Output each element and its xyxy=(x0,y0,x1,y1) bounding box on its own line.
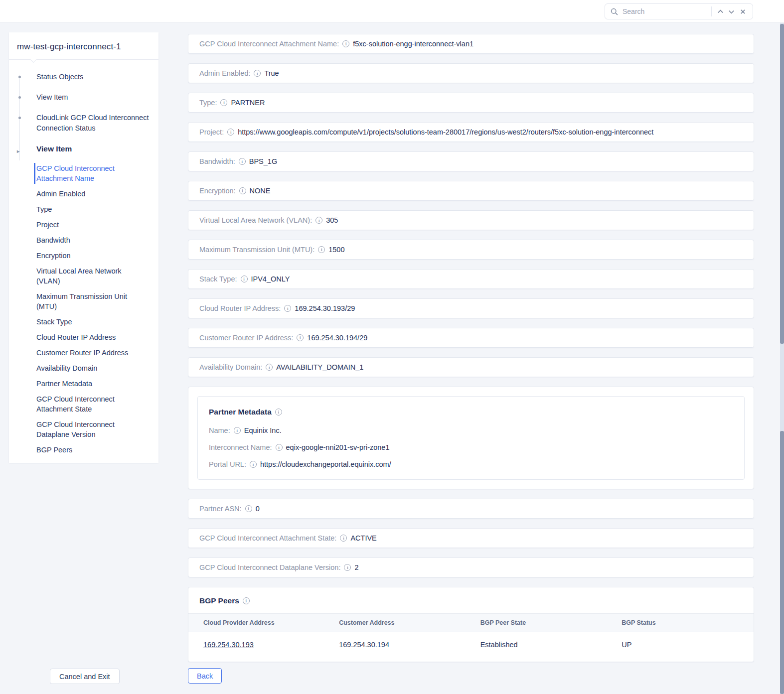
field-row-attachment-state: GCP Cloud Interconnect Attachment State:… xyxy=(188,528,754,548)
field-row-partner-asn: Partner ASN: i 0 xyxy=(188,499,754,519)
info-icon[interactable]: i xyxy=(243,597,250,604)
back-button[interactable]: Back xyxy=(188,668,222,684)
sidebar-item-bandwidth[interactable]: Bandwidth xyxy=(9,233,152,248)
close-icon xyxy=(740,8,746,15)
info-icon[interactable]: i xyxy=(220,99,227,106)
field-label: Partner ASN: xyxy=(199,505,242,513)
info-icon[interactable]: i xyxy=(245,505,252,512)
navigation-sidebar: mw-test-gcp-interconnect-1 Status Object… xyxy=(9,32,158,463)
sidebar-item-partner-metadata[interactable]: Partner Metadata xyxy=(9,376,152,391)
sidebar-item-view-item[interactable]: View Item xyxy=(9,92,152,103)
sidebar-item-cloud-router-ip[interactable]: Cloud Router IP Address xyxy=(9,330,152,345)
info-icon[interactable]: i xyxy=(344,564,351,571)
customer-address-cell: 169.254.30.194 xyxy=(324,641,466,649)
info-icon[interactable]: i xyxy=(315,217,322,224)
sidebar-item-mtu[interactable]: Maximum Transmission Unit (MTU) xyxy=(9,289,152,314)
field-label: Customer Router IP Address: xyxy=(199,334,293,342)
scrollbar-thumb[interactable] xyxy=(780,431,784,694)
info-icon[interactable]: i xyxy=(275,409,282,416)
sidebar-item-vlan[interactable]: Virtual Local Area Network (VLAN) xyxy=(9,264,152,288)
bgp-status-cell: UP xyxy=(607,641,754,649)
field-value: 169.254.30.193/29 xyxy=(295,304,355,312)
field-value: NONE xyxy=(250,187,271,195)
field-label: Cloud Router IP Address: xyxy=(199,304,281,312)
field-label: Type: xyxy=(199,99,217,107)
search-prev-button[interactable] xyxy=(715,5,726,17)
sidebar-item-admin-enabled[interactable]: Admin Enabled xyxy=(9,186,152,201)
bgp-peers-card: BGP Peers i Cloud Provider Address Custo… xyxy=(188,587,754,662)
sidebar-item-label: CloudLink GCP Cloud Interconnect Connect… xyxy=(36,114,149,132)
info-icon[interactable]: i xyxy=(250,461,257,468)
chevron-up-icon xyxy=(717,8,724,15)
expand-arrow-icon: ▸ xyxy=(17,146,19,156)
field-row-portal-url: Portal URL: i https://cloudexchangeporta… xyxy=(209,460,733,468)
field-value: https://cloudexchangeportal.equinix.com/ xyxy=(260,460,391,468)
search-icon xyxy=(610,7,619,16)
field-row-bandwidth: Bandwidth: i BPS_1G xyxy=(188,151,754,171)
search-input[interactable] xyxy=(623,7,708,15)
nav-subtree: GCP Cloud Interconnect Attachment Name A… xyxy=(9,161,152,457)
sidebar-item-dataplane-version[interactable]: GCP Cloud Interconnect Dataplane Version xyxy=(9,417,152,442)
field-label: Admin Enabled: xyxy=(199,69,250,77)
field-row-cloud-router-ip: Cloud Router IP Address: i 169.254.30.19… xyxy=(188,298,754,318)
sidebar-item-status-objects[interactable]: Status Objects xyxy=(9,72,152,82)
field-row-project: Project: i https://www.googleapis.com/co… xyxy=(188,122,754,142)
info-icon[interactable]: i xyxy=(254,70,261,77)
sidebar-item-bgp-peers[interactable]: BGP Peers xyxy=(9,442,152,457)
field-row-stack-type: Stack Type: i IPV4_ONLY xyxy=(188,269,754,289)
bullet-dot-icon xyxy=(18,76,21,78)
scrollbar-thumb[interactable] xyxy=(780,24,784,344)
field-label: Availability Domain: xyxy=(199,363,262,371)
cancel-and-exit-button[interactable]: Cancel and Exit xyxy=(50,669,120,684)
sidebar-item-stack-type[interactable]: Stack Type xyxy=(9,314,152,329)
info-icon[interactable]: i xyxy=(239,158,246,165)
field-value: 2 xyxy=(354,563,358,571)
column-header-bgp-peer-state: BGP Peer State xyxy=(466,619,607,626)
cloud-provider-address-link[interactable]: 169.254.30.193 xyxy=(203,641,254,649)
info-icon[interactable]: i xyxy=(234,427,241,434)
sidebar-item-cloudlink-connection-status[interactable]: CloudLink GCP Cloud Interconnect Connect… xyxy=(9,113,152,134)
sidebar-item-type[interactable]: Type xyxy=(9,202,152,217)
sidebar-title: mw-test-gcp-interconnect-1 xyxy=(9,32,158,59)
field-value: 305 xyxy=(326,216,338,224)
info-icon[interactable]: i xyxy=(266,364,273,371)
info-icon[interactable]: i xyxy=(340,535,347,542)
search-divider xyxy=(711,6,712,16)
field-row-admin-enabled: Admin Enabled: i True xyxy=(188,63,754,83)
info-icon[interactable]: i xyxy=(239,187,246,194)
bullet-dot-icon xyxy=(18,96,21,99)
info-icon[interactable]: i xyxy=(342,40,349,47)
sidebar-item-encryption[interactable]: Encryption xyxy=(9,248,152,263)
info-icon[interactable]: i xyxy=(318,246,325,253)
field-label: GCP Cloud Interconnect Attachment State: xyxy=(199,534,336,542)
column-header-bgp-status: BGP Status xyxy=(607,619,754,626)
sidebar-item-view-item-expanded[interactable]: ▸ View Item xyxy=(9,143,152,154)
sidebar-item-availability-domain[interactable]: Availability Domain xyxy=(9,361,152,376)
sidebar-item-project[interactable]: Project xyxy=(9,217,152,232)
nav-tree: Status Objects View Item CloudLink GCP C… xyxy=(9,60,158,463)
partner-metadata-inner-card: Partner Metadata i Name: i Equinix Inc. … xyxy=(197,396,745,480)
chevron-down-icon xyxy=(728,8,735,15)
sidebar-item-customer-router-ip[interactable]: Customer Router IP Address xyxy=(9,345,152,360)
field-label: Maximum Transmission Unit (MTU): xyxy=(199,246,314,254)
info-icon[interactable]: i xyxy=(297,334,304,341)
sidebar-item-label: View Item xyxy=(36,93,68,101)
field-value: 169.254.30.194/29 xyxy=(307,334,367,342)
info-icon[interactable]: i xyxy=(276,444,283,451)
bullet-dot-icon xyxy=(18,117,21,119)
field-row-encryption: Encryption: i NONE xyxy=(188,181,754,201)
field-value: f5xc-solution-engg-interconnect-vlan1 xyxy=(353,40,473,48)
field-value: 1500 xyxy=(328,246,344,254)
field-label: Encryption: xyxy=(199,187,236,195)
sidebar-item-gcp-attachment-name[interactable]: GCP Cloud Interconnect Attachment Name xyxy=(9,161,152,186)
info-icon[interactable]: i xyxy=(284,305,291,312)
search-next-button[interactable] xyxy=(726,5,737,17)
field-label: Virtual Local Area Network (VLAN): xyxy=(199,216,312,224)
info-icon[interactable]: i xyxy=(227,129,234,136)
search-close-button[interactable] xyxy=(737,5,749,17)
info-icon[interactable]: i xyxy=(241,276,248,282)
sidebar-item-attachment-state[interactable]: GCP Cloud Interconnect Attachment State xyxy=(9,392,152,416)
partner-metadata-title: Partner Metadata xyxy=(209,408,272,416)
field-row-partner-name: Name: i Equinix Inc. xyxy=(209,426,733,434)
field-label: GCP Cloud Interconnect Attachment Name: xyxy=(199,40,339,48)
